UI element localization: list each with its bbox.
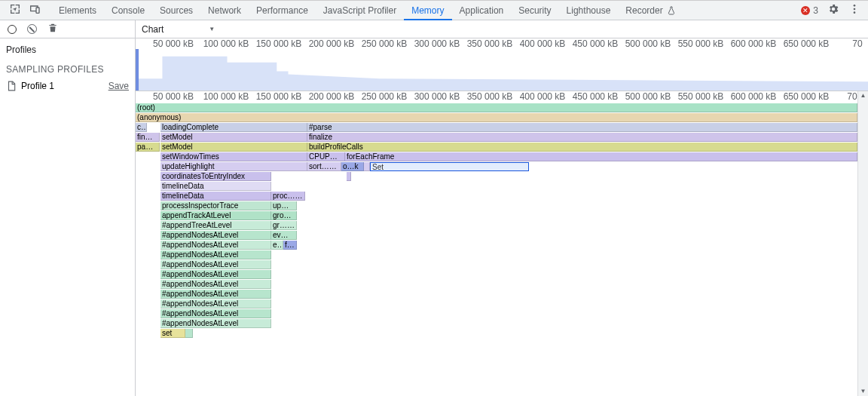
flame-bar[interactable]: #appendNodesAtLevel — [160, 270, 271, 279]
flame-bar[interactable]: CPUP…del — [307, 152, 345, 161]
flame-bar[interactable]: appendTrackAtLevel — [160, 211, 271, 220]
flame-selection[interactable]: Set — [370, 162, 529, 171]
tab-lighthouse[interactable]: Lighthouse — [559, 1, 619, 20]
flame-bar[interactable]: finalize — [307, 133, 857, 142]
flame-bar[interactable]: #appendNodesAtLevel — [160, 309, 271, 318]
svg-point-3 — [854, 11, 856, 14]
flame-bar[interactable]: timelineData — [160, 192, 271, 201]
flame-bar[interactable]: #appendNodesAtLevel — [160, 299, 271, 309]
clear-button[interactable] — [27, 24, 37, 34]
flame-bar[interactable]: processInspectorTrace — [160, 201, 271, 210]
flame-bar[interactable]: (root) — [136, 103, 857, 112]
tab-recorder[interactable]: Recorder — [618, 1, 683, 20]
record-button[interactable] — [8, 25, 17, 34]
axis-tick: 550 000 kB — [678, 91, 724, 102]
flame-bar[interactable]: coordinatesToEntryIndex — [160, 172, 271, 181]
flame-bar[interactable]: close — [136, 123, 147, 132]
tab-memory[interactable]: Memory — [404, 1, 451, 20]
overview-shape — [136, 49, 868, 91]
flame-bar[interactable]: setModel — [160, 133, 307, 142]
flame-bar[interactable]: (anonymous) — [136, 113, 857, 122]
flame-row: processInspectorTraceup…up — [136, 201, 868, 211]
flame-bar[interactable]: f…r — [283, 241, 297, 250]
tab-javascript-profiler[interactable]: JavaScript Profiler — [316, 1, 404, 20]
flame-bar[interactable]: #parse — [307, 123, 857, 132]
flame-bar[interactable]: gr…ew — [271, 221, 297, 230]
flame-bar[interactable] — [185, 329, 193, 338]
flame-row: #appendNodesAtLevel — [136, 309, 868, 319]
axis-tick: 200 000 kB — [309, 91, 355, 102]
tab-performance[interactable]: Performance — [249, 1, 316, 20]
flame-bar[interactable]: #appendNodesAtLevel — [160, 241, 271, 250]
view-selector-label: Chart — [142, 24, 164, 35]
flame-row: set — [136, 329, 868, 339]
flame-bar[interactable] — [364, 162, 370, 171]
axis-tick: 300 000 kB — [414, 91, 460, 102]
flame-bar[interactable]: proc…ata — [271, 192, 305, 201]
flame-bar[interactable]: #appendNodesAtLevel — [160, 231, 271, 240]
axis-tick: 100 000 kB — [203, 38, 249, 49]
overview-strip[interactable]: 50 000 kB100 000 kB150 000 kB200 000 kB2… — [136, 38, 868, 91]
inspect-icon[interactable] — [9, 3, 21, 17]
flame-bar[interactable]: #appendTreeAtLevel — [160, 221, 271, 230]
flame-bar[interactable]: e… — [271, 241, 283, 250]
tab-elements[interactable]: Elements — [51, 1, 104, 20]
svg-point-1 — [854, 5, 856, 7]
flame-row: #appendNodesAtLevel — [136, 290, 868, 299]
flame-row: appendTrackAtLevelgro…ts — [136, 211, 868, 221]
flame-bar[interactable]: sort…ples — [307, 162, 341, 171]
flame-row: fin…cesetModelfinalize — [136, 133, 868, 143]
axis-tick: 150 000 kB — [256, 38, 302, 49]
tab-console[interactable]: Console — [104, 1, 152, 20]
svg-point-2 — [854, 8, 856, 11]
axis-tick: 450 000 kB — [573, 38, 619, 49]
delete-button[interactable] — [47, 23, 58, 35]
flame-bar[interactable]: fin…ce — [136, 133, 160, 142]
settings-gear-icon[interactable] — [827, 3, 839, 17]
profile-item[interactable]: Profile 1 Save — [0, 78, 135, 94]
flame-bar[interactable]: forEachFrame — [345, 152, 857, 161]
flame-bar[interactable]: pa…at — [136, 143, 160, 152]
tab-network[interactable]: Network — [200, 1, 249, 20]
profile-save-link[interactable]: Save — [108, 81, 129, 91]
flame-row: #appendNodesAtLevel — [136, 319, 868, 329]
flame-row: #appendTreeAtLevelgr…ew — [136, 221, 868, 231]
device-toggle-icon[interactable] — [29, 3, 41, 17]
flame-bar[interactable]: setWindowTimes — [160, 152, 307, 161]
tab-application[interactable]: Application — [452, 1, 512, 20]
flame-bar[interactable]: #appendNodesAtLevel — [160, 260, 271, 269]
more-menu-icon[interactable] — [848, 3, 860, 17]
svg-rect-0 — [36, 8, 39, 13]
axis-tick: 100 000 kB — [203, 91, 249, 102]
flame-row: coordinatesToEntryIndex — [136, 172, 868, 182]
flame-bar[interactable]: ev…ew — [271, 231, 297, 240]
flame-bar[interactable]: updateHighlight — [160, 162, 307, 171]
error-badge[interactable]: ✕ 3 — [801, 5, 818, 16]
flame-bar[interactable]: #appendNodesAtLevel — [160, 250, 271, 259]
flame-bar[interactable]: setModel — [160, 143, 307, 152]
flame-bar[interactable]: timelineData — [160, 182, 271, 191]
scroll-up-icon[interactable]: ▲ — [858, 91, 868, 100]
flame-bar[interactable]: set — [160, 329, 185, 338]
flame-bar[interactable]: #appendNodesAtLevel — [160, 319, 271, 328]
flame-bar[interactable]: buildProfileCalls — [307, 143, 857, 152]
scroll-down-icon[interactable]: ▼ — [858, 387, 868, 396]
flame-chart-area[interactable]: 50 000 kB100 000 kB150 000 kB200 000 kB2… — [136, 38, 868, 396]
axis-tick: 300 000 kB — [414, 38, 460, 49]
flame-bar[interactable]: #appendNodesAtLevel — [160, 290, 271, 299]
axis-tick: 600 000 kB — [731, 91, 777, 102]
flame-bar[interactable] — [347, 172, 351, 181]
flame-row: #appendNodesAtLevel — [136, 260, 868, 270]
tab-sources[interactable]: Sources — [152, 1, 200, 20]
flame-bar[interactable]: up…up — [271, 201, 297, 210]
flame-bar[interactable]: o…k — [341, 162, 364, 171]
flame-bar[interactable]: gro…ts — [271, 211, 297, 220]
axis-tick: 50 000 kB — [153, 38, 194, 49]
flame-bar[interactable]: loadingComplete — [160, 123, 307, 132]
flame-bar[interactable]: #appendNodesAtLevel — [160, 280, 271, 289]
view-selector[interactable]: Chart ▼ — [136, 24, 215, 35]
flame-row: setWindowTimesCPUP…delforEachFrame — [136, 152, 868, 162]
tab-security[interactable]: Security — [511, 1, 558, 20]
flame-scrollbar[interactable]: ▲ ▼ — [857, 91, 868, 396]
flame-row: #appendNodesAtLevele…f…r — [136, 241, 868, 250]
